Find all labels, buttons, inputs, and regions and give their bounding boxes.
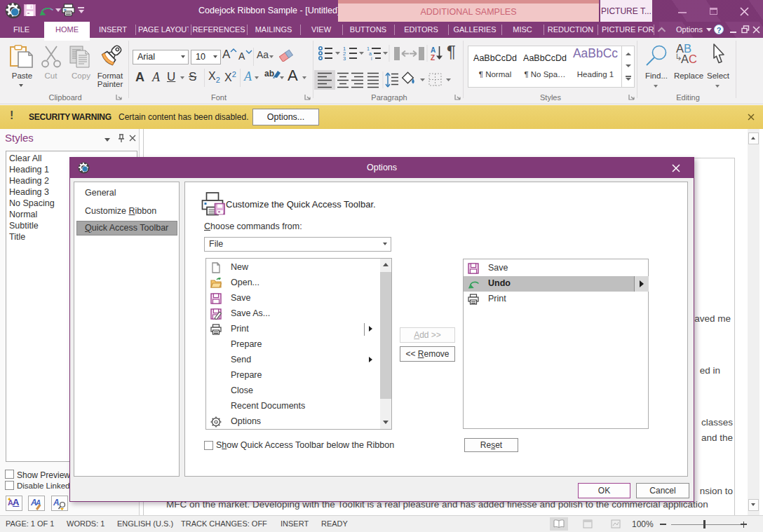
svg-text:1: 1 [367,46,370,51]
svg-text:a: a [369,51,372,56]
svg-text:i: i [371,56,372,61]
svg-text:3: 3 [343,55,346,62]
svg-text:A: A [431,46,435,54]
svg-text:Z: Z [431,54,435,62]
